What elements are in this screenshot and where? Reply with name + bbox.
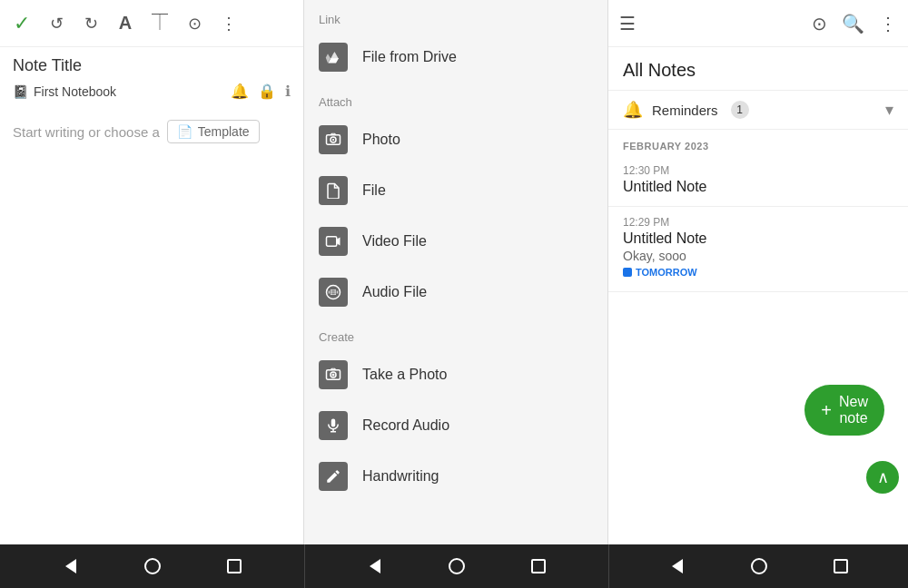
reminders-badge: 1 bbox=[731, 101, 749, 119]
home-button-right[interactable] bbox=[745, 553, 773, 580]
template-icon: 📄 bbox=[177, 124, 192, 139]
photo-label: Photo bbox=[362, 132, 400, 148]
drive-icon bbox=[319, 43, 348, 72]
chevron-up-icon: ∧ bbox=[877, 467, 889, 487]
check-icon[interactable]: ✓ bbox=[11, 13, 33, 34]
reminders-row[interactable]: 🔔 Reminders 1 ▾ bbox=[608, 91, 908, 130]
note-preview-2: Okay, sooo bbox=[623, 249, 893, 263]
notebook-row: 📓 First Notebook 🔔 🔒 ℹ bbox=[13, 83, 291, 100]
tag-label-2: TOMORROW bbox=[636, 267, 697, 278]
back-button-right[interactable] bbox=[664, 553, 691, 580]
file-label: File bbox=[362, 182, 386, 199]
reminders-left: 🔔 Reminders 1 bbox=[623, 100, 749, 120]
back-button-mid[interactable] bbox=[361, 553, 389, 580]
recents-button-left[interactable] bbox=[221, 553, 248, 580]
back-button-left[interactable] bbox=[57, 553, 84, 580]
video-icon bbox=[319, 227, 348, 256]
file-item[interactable]: File bbox=[304, 165, 607, 216]
create-section-label: Create bbox=[304, 318, 607, 349]
note-title[interactable]: Note Title bbox=[13, 56, 291, 75]
attach-section-label: Attach bbox=[304, 83, 607, 114]
svg-rect-8 bbox=[331, 419, 336, 427]
more-options-right-icon[interactable]: ⋮ bbox=[879, 13, 897, 34]
notebook-actions: 🔔 🔒 ℹ bbox=[231, 83, 291, 100]
bold-a-icon[interactable]: A bbox=[114, 13, 136, 34]
tag-dot-icon bbox=[623, 268, 632, 277]
home-button-left[interactable] bbox=[139, 553, 166, 580]
template-row: Start writing or choose a 📄 Template bbox=[0, 109, 303, 154]
middle-nav bbox=[304, 544, 608, 588]
new-note-area: + New note ∧ bbox=[863, 461, 899, 494]
reminder-bell-icon: 🔔 bbox=[623, 100, 643, 120]
photo-icon bbox=[319, 125, 348, 154]
middle-editor-panel: ✓ ↺ ↻ A ⏉ ⊙ ⋮ Note Title 📓 First Noteboo… bbox=[304, 0, 608, 544]
link-section-label: Link bbox=[304, 0, 607, 32]
file-from-drive-item[interactable]: File from Drive bbox=[304, 32, 607, 83]
take-photo-icon bbox=[319, 360, 348, 389]
audio-file-label: Audio File bbox=[362, 284, 427, 300]
handwriting-label: Handwriting bbox=[362, 468, 439, 485]
handwriting-icon bbox=[319, 462, 348, 491]
template-label: Template bbox=[198, 124, 250, 139]
video-file-item[interactable]: Video File bbox=[304, 216, 607, 267]
svg-point-2 bbox=[332, 139, 334, 141]
new-note-label: New note bbox=[839, 394, 868, 426]
account-icon[interactable]: ⊙ bbox=[812, 13, 827, 34]
reminders-label: Reminders bbox=[652, 103, 718, 118]
attachment-icon[interactable]: ⏉ bbox=[149, 13, 171, 34]
redo-icon[interactable]: ↻ bbox=[80, 13, 102, 34]
handwriting-item[interactable]: Handwriting bbox=[304, 451, 607, 502]
recents-button-mid[interactable] bbox=[525, 553, 552, 580]
record-audio-icon bbox=[319, 411, 348, 440]
note-time-2: 12:29 PM bbox=[623, 216, 893, 229]
right-nav bbox=[608, 544, 908, 588]
info-icon[interactable]: ℹ bbox=[285, 83, 291, 100]
plus-icon: + bbox=[821, 400, 832, 421]
note-title-1: Untitled Note bbox=[623, 179, 893, 195]
take-photo-label: Take a Photo bbox=[362, 367, 447, 383]
audio-icon bbox=[319, 278, 348, 307]
hamburger-icon[interactable]: ☰ bbox=[619, 13, 636, 34]
note-title-2: Untitled Note bbox=[623, 230, 893, 247]
lock-icon[interactable]: 🔒 bbox=[258, 83, 276, 100]
note-time-1: 12:30 PM bbox=[623, 164, 893, 177]
date-label: FEBRUARY 2023 bbox=[608, 130, 908, 155]
record-audio-label: Record Audio bbox=[362, 417, 449, 434]
photo-item[interactable]: Photo bbox=[304, 114, 607, 165]
left-toolbar: ✓ ↺ ↻ A ⏉ ⊙ ⋮ bbox=[0, 0, 303, 47]
note-item-2[interactable]: 12:29 PM Untitled Note Okay, sooo TOMORR… bbox=[608, 207, 908, 292]
record-audio-item[interactable]: Record Audio bbox=[304, 400, 607, 451]
new-note-button[interactable]: + New note bbox=[804, 385, 884, 436]
file-icon bbox=[319, 176, 348, 205]
alarm-icon[interactable]: 🔔 bbox=[231, 83, 249, 100]
template-button[interactable]: 📄 Template bbox=[167, 120, 260, 143]
undo-icon[interactable]: ↺ bbox=[45, 13, 67, 34]
take-photo-item[interactable]: Take a Photo bbox=[304, 349, 607, 400]
left-editor-panel: ✓ ↺ ↻ A ⏉ ⊙ ⋮ Note Title 📓 First Noteboo… bbox=[0, 0, 304, 544]
file-from-drive-label: File from Drive bbox=[362, 49, 457, 65]
note-item-1[interactable]: 12:30 PM Untitled Note bbox=[608, 155, 908, 207]
audio-file-item[interactable]: Audio File bbox=[304, 267, 607, 318]
notebook-name[interactable]: First Notebook bbox=[34, 84, 225, 99]
more-options-icon[interactable]: ⋮ bbox=[218, 13, 240, 34]
all-notes-title: All Notes bbox=[608, 47, 908, 91]
right-panel: ☰ ⊙ 🔍 ⋮ All Notes 🔔 Reminders 1 ▾ FEBRUA… bbox=[608, 0, 908, 544]
chevron-down-icon: ▾ bbox=[885, 100, 893, 120]
recents-button-right[interactable] bbox=[827, 553, 854, 580]
right-toolbar: ☰ ⊙ 🔍 ⋮ bbox=[608, 0, 908, 47]
left-nav bbox=[0, 544, 304, 588]
svg-point-7 bbox=[332, 374, 335, 377]
svg-rect-3 bbox=[327, 237, 337, 247]
camera-icon[interactable]: ⊙ bbox=[183, 13, 205, 34]
expand-new-note-button[interactable]: ∧ bbox=[866, 461, 899, 494]
home-button-mid[interactable] bbox=[443, 553, 470, 580]
search-icon[interactable]: 🔍 bbox=[842, 13, 864, 34]
notebook-icon: 📓 bbox=[13, 84, 28, 99]
bottom-nav-bar bbox=[0, 544, 908, 588]
note-tag-2: TOMORROW bbox=[623, 267, 697, 278]
attachment-dropdown: Link File from Drive Attach bbox=[304, 0, 607, 544]
start-writing-label: Start writing or choose a bbox=[13, 124, 160, 140]
left-note-header: Note Title 📓 First Notebook 🔔 🔒 ℹ bbox=[0, 47, 303, 109]
right-toolbar-icons: ⊙ 🔍 ⋮ bbox=[812, 13, 897, 34]
video-file-label: Video File bbox=[362, 233, 427, 250]
